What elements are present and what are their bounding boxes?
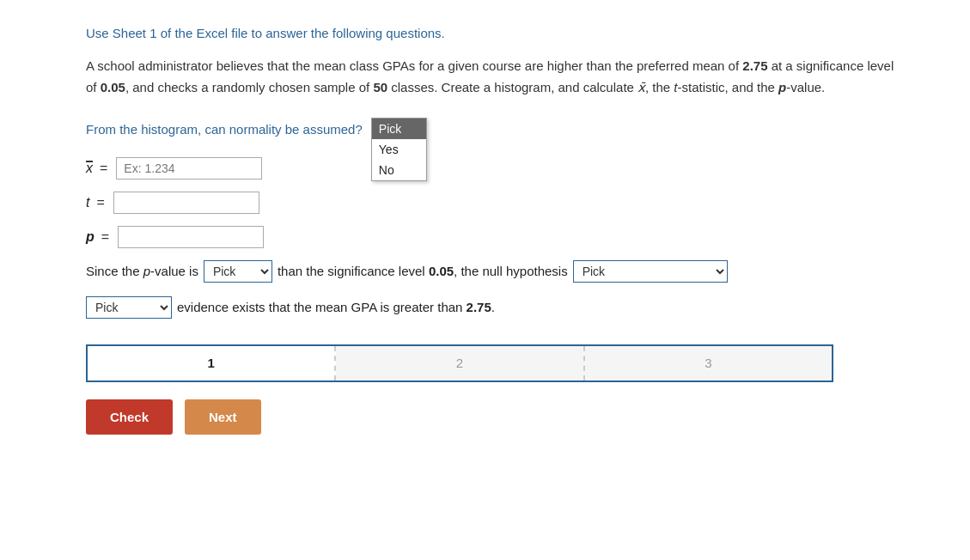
page-1[interactable]: 1 xyxy=(88,346,336,380)
x-overline-symbol: x xyxy=(86,161,93,176)
page-3-label: 3 xyxy=(705,356,711,370)
evidence-row: Pick sufficient insufficient evidence ex… xyxy=(86,296,901,319)
buttons-row: Check Next xyxy=(86,399,901,435)
null-hypothesis-select[interactable]: Pick is rejected is not rejected xyxy=(573,260,728,283)
pick-option-yes[interactable]: Yes xyxy=(372,139,426,160)
check-button[interactable]: Check xyxy=(86,399,173,435)
xbar-label: x = xyxy=(86,161,111,176)
p-label-field: p xyxy=(86,229,95,245)
page-1-label: 1 xyxy=(207,356,214,370)
problem-text-before-mean: A school administrator believes that the… xyxy=(86,58,742,73)
pick-option-no[interactable]: No xyxy=(372,160,426,180)
xbar-input[interactable] xyxy=(116,157,262,180)
t-field-row: t = xyxy=(86,192,901,214)
p-field-row: p = xyxy=(86,226,901,248)
normality-label: From the histogram, can normality be ass… xyxy=(86,118,363,142)
p-input[interactable] xyxy=(118,226,264,248)
since-row: Since the p-value is Pick less greater t… xyxy=(86,260,901,283)
since-text1: Since the p-value is xyxy=(86,264,198,278)
xbar-eq: = xyxy=(100,161,107,176)
evidence-text: evidence exists that the mean GPA is gre… xyxy=(177,300,495,314)
pick-header: Pick xyxy=(372,119,426,139)
comma-text: , the xyxy=(645,80,674,94)
text-after-p: -value. xyxy=(786,80,825,94)
p-eq: = xyxy=(101,229,109,245)
mean-value: 2.75 xyxy=(742,58,767,73)
evidence-select[interactable]: Pick sufficient insufficient xyxy=(86,296,172,319)
intro-text: Use Sheet 1 of the Excel file to answer … xyxy=(86,26,901,40)
normality-row: From the histogram, can normality be ass… xyxy=(86,118,901,142)
page-2[interactable]: 2 xyxy=(336,346,584,380)
problem-text: A school administrator believes that the… xyxy=(86,56,901,99)
t-label: t xyxy=(86,195,89,210)
pagination-bar: 1 2 3 xyxy=(86,344,833,382)
t-eq: = xyxy=(96,195,104,210)
t-input[interactable] xyxy=(113,192,259,214)
text-after-t: -statistic, and the xyxy=(677,80,778,94)
sample-size: 50 xyxy=(373,80,387,94)
problem-text-after-sample: classes. Create a histogram, and calcula… xyxy=(387,80,638,94)
sig-level: 0.05 xyxy=(101,80,125,94)
problem-text-after-sig: , and checks a randomly chosen sample of xyxy=(125,80,374,94)
next-button[interactable]: Next xyxy=(185,399,261,435)
p-label: p xyxy=(778,80,786,94)
since-text2: than the significance level 0.05, the nu… xyxy=(278,264,568,278)
xbar-field-row: x = xyxy=(86,157,901,180)
page-3[interactable]: 3 xyxy=(585,346,832,380)
page-2-label: 2 xyxy=(456,356,463,370)
pvalue-comparison-select[interactable]: Pick less greater xyxy=(204,260,272,283)
xbar-inline: x̄ xyxy=(638,77,645,99)
normality-dropdown-open[interactable]: Pick Yes No xyxy=(371,118,427,181)
